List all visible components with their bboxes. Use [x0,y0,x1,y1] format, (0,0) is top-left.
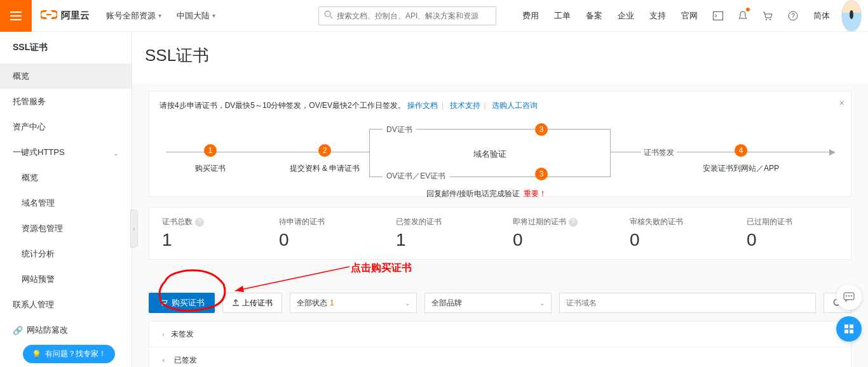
nav-fee[interactable]: 费用 [515,0,546,32]
svg-point-3 [770,19,771,20]
flow-step-4: 4 安装证书到网站／APP [687,144,795,174]
aliyun-logo-icon [41,9,57,22]
top-nav-links: 费用 工单 备案 企业 支持 官网 ? 简体 [515,0,868,32]
buy-cert-button[interactable]: 购买证书 [149,293,215,313]
sidebar-item-https[interactable]: 一键式HTTPS⌃ [0,140,132,165]
nav-cart-icon[interactable] [755,0,780,32]
flow-ovev-label: OV证书／EV证书 [383,171,449,182]
svg-point-6 [161,304,163,305]
svg-rect-15 [844,324,848,328]
acc-unsigned[interactable]: ›未签发 [149,321,851,347]
svg-point-0 [325,11,330,17]
flow-step-3b-badge: 3 [535,168,548,180]
upload-icon [232,298,240,308]
flow-branch-note: 回复邮件/接听电话完成验证重要！ [426,189,546,199]
flow-step-2: 2 提交资料 & 申请证书 [274,144,376,174]
chevron-down-icon: ⌄ [405,300,410,307]
stat-expiring: 即将过期的证书? 0 [500,208,617,259]
info-panel: 请按4步申请证书，DV最快5～10分钟签发，OV/EV最快2个工作日签发。 操作… [149,91,851,197]
flow-diagram: 1 购买证书 2 提交资料 & 申请证书 DV证书 OV证书／EV证书 域名验证… [159,114,841,190]
svg-rect-18 [850,330,853,333]
chevron-down-icon: ⌄ [539,300,545,307]
help-icon[interactable]: ? [195,218,204,227]
link-tech[interactable]: 技术支持 [450,101,480,110]
top-header: 阿里云 账号全部资源▾ 中国大陆▾ 费用 工单 备案 企业 支持 官网 ? 简体 [0,0,868,32]
nav-bell-icon[interactable] [731,0,755,32]
notification-dot [746,8,750,11]
chevron-down-icon: ⌄ [161,357,169,363]
region-dropdown[interactable]: 中国大陆▾ [169,0,223,32]
svg-text:?: ? [791,13,795,20]
help-icon[interactable]: ? [569,218,578,227]
floating-actions [836,284,862,342]
cert-accordion: ›未签发 [149,321,851,347]
sidebar-title: SSL证书 [0,42,132,63]
flow-branch-center: 域名验证 [370,149,610,160]
status-filter-select[interactable]: 全部状态1 ⌄ [290,293,417,313]
nav-support[interactable]: 支持 [642,0,674,32]
svg-rect-16 [850,324,853,328]
flow-step-1: 1 购买证书 [179,144,242,174]
search-icon [324,10,333,21]
nav-bei[interactable]: 备案 [578,0,610,32]
svg-rect-17 [844,330,848,333]
search-bar[interactable] [318,6,496,25]
bulb-icon: 💡 [32,350,41,359]
cart-icon [159,298,168,308]
svg-point-12 [846,295,847,297]
cert-domain-input[interactable] [559,293,816,313]
hamburger-icon [10,11,22,20]
flow-step-3a-badge: 3 [535,123,548,136]
link-consult[interactable]: 选购人工咨询 [492,101,538,110]
chevron-down-icon: ▾ [158,12,161,19]
stat-pending: 待申请的证书 0 [266,208,383,259]
nav-official[interactable]: 官网 [674,0,705,32]
annotation-label: 点击购买证书 [351,262,412,275]
nav-language[interactable]: 简体 [806,0,837,32]
sidebar-item-site-pre[interactable]: 网站预警 [0,267,132,292]
sidebar-item-sub-overview[interactable]: 概览 [0,165,132,190]
link-doc[interactable]: 操作文档 [407,101,438,110]
chevron-right-icon: › [162,330,165,338]
brand-filter-select[interactable]: 全部品牌 ⌄ [424,293,552,313]
sidebar-item-resource-mgmt[interactable]: 资源包管理 [0,216,132,241]
nav-terminal-icon[interactable] [705,0,731,32]
acc-signed[interactable]: ⌄已签发 [149,347,851,367]
main-content: SSL证书 请按4步申请证书，DV最快5～10分钟签发，OV/EV最快2个工作日… [132,32,868,367]
brand-logo[interactable]: 阿里云 [32,9,98,22]
sidebar: SSL证书 概览 托管服务 资产中心 一键式HTTPS⌃ 概览 域名管理 资源包… [0,32,132,367]
hamburger-menu[interactable] [0,0,32,32]
nav-help-icon[interactable]: ? [780,0,806,32]
account-resources-dropdown[interactable]: 账号全部资源▾ [98,0,169,32]
nav-ticket[interactable]: 工单 [546,0,578,32]
sidebar-item-domain-mgmt[interactable]: 域名管理 [0,190,132,216]
flow-dv-label: DV证书 [383,124,416,135]
sidebar-item-overview[interactable]: 概览 [0,63,132,89]
apps-grid-icon[interactable] [836,316,862,342]
sidebar-collapse-handle[interactable]: ‹ [130,210,138,248]
info-text-line: 请按4步申请证书，DV最快5～10分钟签发，OV/EV最快2个工作日签发。 操作… [159,100,841,111]
svg-point-13 [848,295,850,297]
close-icon[interactable]: × [839,98,844,108]
svg-point-7 [165,304,166,305]
stat-total: 证书总数? 1 [149,208,266,259]
flow-branch-box: DV证书 OV证书／EV证书 域名验证 3 3 [369,129,611,177]
sidebar-item-hosting[interactable]: 托管服务 [0,89,132,114]
help-expert-button[interactable]: 💡有问题？找专家！ [23,345,115,363]
sidebar-item-contact[interactable]: 联系人管理 [0,292,132,317]
sidebar-item-asset[interactable]: 资产中心 [0,114,132,140]
chat-icon[interactable] [836,284,862,310]
upload-cert-button[interactable]: 上传证书 [222,293,282,313]
stat-failed: 审核失败的证书 0 [617,208,734,259]
user-avatar[interactable] [841,0,862,32]
cert-accordion: ⌄已签发 [149,347,851,367]
chevron-up-icon: ⌃ [113,149,119,157]
search-input[interactable] [337,11,491,20]
page-title: SSL证书 [145,44,851,67]
stats-row: 证书总数? 1 待申请的证书 0 已签发的证书 1 即将过期的证书? 0 审核失… [149,207,851,260]
svg-rect-1 [714,11,723,20]
sidebar-item-tamper[interactable]: 🔗网站防篡改 [0,317,132,343]
chevron-down-icon: ▾ [212,12,215,19]
nav-enterprise[interactable]: 企业 [610,0,642,32]
sidebar-item-stats[interactable]: 统计分析 [0,241,132,267]
